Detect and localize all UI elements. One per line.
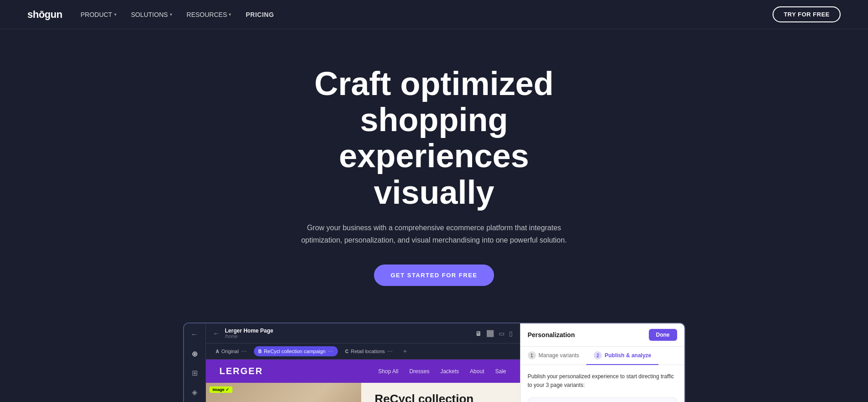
split-icon[interactable]: ⬜: [486, 330, 494, 337]
page-info: ← Lerger Home Page /home: [213, 328, 274, 339]
nav-item-pricing[interactable]: PRICING: [246, 11, 274, 18]
tab-num-2: 2: [594, 351, 602, 360]
hero-title: Craft optimized shopping experiences vis…: [274, 66, 594, 211]
tab-c-label: Retail locations: [351, 349, 385, 354]
chevron-down-icon: ▾: [170, 12, 172, 17]
page-path: /home: [225, 334, 274, 339]
device-icons: 🖥 ⬜ ▭ ▯: [475, 330, 513, 337]
tab-c-menu-icon[interactable]: ⋯: [387, 348, 393, 354]
tab-label-manage: Manage variants: [539, 352, 579, 359]
nav-link-solutions[interactable]: SOLUTIONS ▾: [131, 11, 172, 18]
nav-link-product[interactable]: PRODUCT ▾: [80, 11, 116, 18]
tablet-icon[interactable]: ▭: [499, 330, 505, 337]
nav-item-resources[interactable]: RESOURCES ▾: [187, 11, 231, 18]
desktop-icon[interactable]: 🖥: [475, 330, 482, 337]
sidebar-add-icon[interactable]: ⊕: [189, 348, 200, 359]
tab-b-menu-icon[interactable]: ⋯: [328, 348, 333, 354]
personalization-panel: Personalization Done 1 Manage variants 2…: [520, 323, 684, 402]
store-preview: LERGER Shop All Dresses Jackets About Sa…: [206, 360, 520, 402]
mobile-icon[interactable]: ▯: [509, 330, 513, 337]
nav-links: PRODUCT ▾ SOLUTIONS ▾ RESOURCES ▾ PRICIN…: [80, 11, 274, 18]
get-started-button[interactable]: GET STARTED FOR FREE: [374, 264, 494, 286]
nav-left: shōgun PRODUCT ▾ SOLUTIONS ▾ RESOURCES ▾: [27, 9, 274, 21]
variant-tab-a[interactable]: A Original ⋯: [211, 346, 251, 356]
tab-b-label: ReCycl collection campaign: [264, 349, 326, 354]
store-menu-about[interactable]: About: [470, 368, 484, 375]
app-mockup: ← ⊕ ⊞ ◈ ⊗ ⊖ ✥ ← Lerger Home Page /home 🖥: [183, 323, 685, 402]
tab-num-1: 1: [528, 351, 536, 360]
tab-a-label: Original: [221, 349, 239, 354]
navbar: shōgun PRODUCT ▾ SOLUTIONS ▾ RESOURCES ▾: [0, 0, 868, 29]
panel-header: Personalization Done: [521, 323, 684, 347]
store-hero-area: Image ✓ ReCycl collection Our newest col…: [206, 383, 520, 402]
panel-body: Publish your personalized experience to …: [521, 365, 684, 402]
store-text-area: ReCycl collection Our newest collection,…: [361, 383, 520, 402]
panel-tabs: 1 Manage variants 2 Publish & analyze: [521, 347, 684, 365]
editor-topbar: ← Lerger Home Page /home 🖥 ⬜ ▭ ▯: [206, 323, 520, 344]
sidebar-grid-icon[interactable]: ⊞: [189, 367, 200, 378]
chevron-down-icon: ▾: [114, 12, 116, 17]
nav-item-product[interactable]: PRODUCT ▾: [80, 11, 116, 18]
store-menu: Shop All Dresses Jackets About Sale: [378, 368, 506, 375]
tab-b-letter: B: [258, 349, 262, 354]
panel-tab-publish-analyze[interactable]: 2 Publish & analyze: [586, 347, 658, 365]
variant-tabs: A Original ⋯ B ReCycl collection campaig…: [206, 344, 520, 360]
panel-description: Publish your personalized experience to …: [528, 372, 677, 390]
store-menu-dresses[interactable]: Dresses: [409, 368, 429, 375]
panel-title: Personalization: [528, 331, 575, 339]
chevron-down-icon: ▾: [229, 12, 231, 17]
editor-main: ← Lerger Home Page /home 🖥 ⬜ ▭ ▯ A: [206, 323, 520, 402]
tab-a-menu-icon[interactable]: ⋯: [241, 348, 247, 354]
variant-tab-c[interactable]: C Retail locations ⋯: [341, 346, 397, 356]
sidebar-back-icon[interactable]: ←: [189, 329, 200, 340]
back-arrow-icon[interactable]: ←: [213, 330, 220, 337]
done-button[interactable]: Done: [649, 329, 677, 341]
page-name: Lerger Home Page: [225, 328, 274, 334]
add-variant-icon[interactable]: ＋: [402, 347, 408, 355]
hero-section: Craft optimized shopping experiences vis…: [0, 29, 868, 313]
hero-subtitle: Grow your business with a comprehensive …: [288, 222, 580, 246]
store-menu-sale[interactable]: Sale: [495, 368, 506, 375]
panel-tab-manage-variants[interactable]: 1 Manage variants: [521, 347, 587, 365]
image-badge: Image ✓: [210, 386, 233, 393]
variant-card-c: C Retail locations A shopper's city is C…: [528, 397, 677, 402]
store-navbar: LERGER Shop All Dresses Jackets About Sa…: [206, 360, 520, 383]
collection-title: ReCycl collection: [375, 392, 506, 402]
store-image-area: Image ✓: [206, 383, 361, 402]
variant-tab-b[interactable]: B ReCycl collection campaign ⋯: [254, 346, 338, 356]
sidebar-layers-icon[interactable]: ◈: [189, 386, 200, 397]
try-for-free-button[interactable]: TRY FOR FREE: [773, 6, 841, 22]
store-logo: LERGER: [220, 366, 263, 376]
nav-link-resources[interactable]: RESOURCES ▾: [187, 11, 231, 18]
store-menu-jackets[interactable]: Jackets: [440, 368, 459, 375]
store-menu-shop-all[interactable]: Shop All: [378, 368, 398, 375]
editor-sidebar: ← ⊕ ⊞ ◈ ⊗ ⊖ ✥: [184, 323, 206, 402]
nav-item-solutions[interactable]: SOLUTIONS ▾: [131, 11, 172, 18]
mockup-wrapper: ← ⊕ ⊞ ◈ ⊗ ⊖ ✥ ← Lerger Home Page /home 🖥: [0, 323, 868, 402]
tab-a-letter: A: [216, 349, 219, 354]
logo[interactable]: shōgun: [27, 9, 62, 21]
page-name-block: Lerger Home Page /home: [225, 328, 274, 339]
tab-c-letter: C: [345, 349, 348, 354]
nav-link-pricing[interactable]: PRICING: [246, 11, 274, 18]
tab-label-publish: Publish & analyze: [605, 352, 651, 359]
